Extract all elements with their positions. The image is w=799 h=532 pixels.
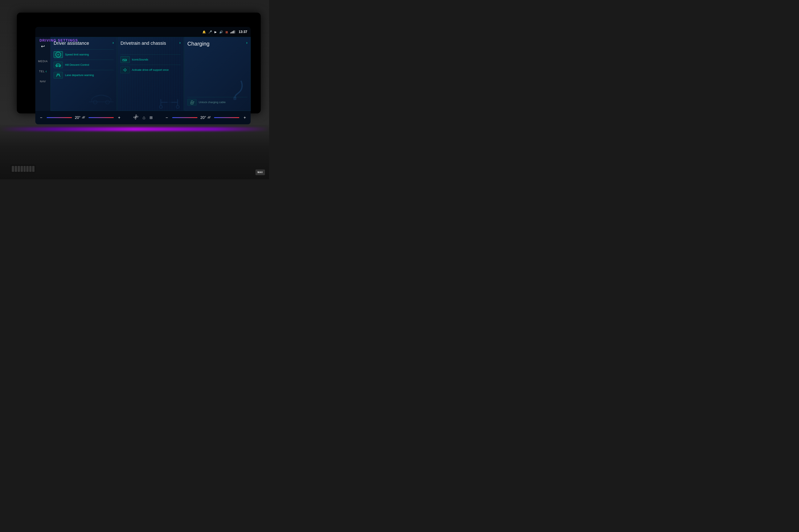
speed-limit-item[interactable]: 60 Speed limit warning bbox=[54, 49, 114, 60]
mic-icon: 🎤 bbox=[208, 30, 212, 34]
air-vent-left bbox=[11, 165, 36, 173]
hill-descent-item[interactable]: Hill Descent Control bbox=[54, 60, 114, 70]
play-icon: ▶ bbox=[215, 30, 217, 34]
speed-number: 60 bbox=[57, 54, 59, 55]
right-temp-bar2 bbox=[214, 117, 239, 118]
back-button[interactable]: ↩ bbox=[41, 44, 45, 49]
drive-off-label: Activate drive-off support once bbox=[132, 68, 169, 72]
svg-point-0 bbox=[93, 100, 97, 104]
app-icon: ▦ bbox=[225, 31, 228, 34]
drive-off-item[interactable]: Activate drive-off support once bbox=[121, 65, 181, 75]
charging-arrow: › bbox=[246, 40, 248, 45]
volume-icon: 🔊 bbox=[219, 30, 223, 34]
driver-assistance-arrow: › bbox=[112, 40, 114, 45]
left-temp-bar2 bbox=[89, 117, 114, 118]
status-bar: 🔔 🎤 ▶ 🔊 ▦ 13:37 bbox=[35, 27, 251, 37]
right-plus-button[interactable]: + bbox=[242, 115, 247, 120]
bell-icon: 🔔 bbox=[202, 30, 206, 34]
left-temp-bar bbox=[47, 117, 72, 118]
sidebar-item-tel[interactable]: TEL bbox=[39, 70, 45, 73]
svg-rect-17 bbox=[124, 69, 126, 71]
right-temp-bar bbox=[172, 117, 197, 118]
left-temp-value: 20° bbox=[75, 115, 80, 120]
drivetrain-arrow: › bbox=[179, 40, 181, 45]
left-climate-control: − 20° + bbox=[39, 115, 133, 120]
hill-descent-icon bbox=[54, 61, 63, 68]
charging-card[interactable]: Charging › bbox=[184, 37, 251, 111]
svg-point-24 bbox=[135, 117, 136, 118]
home-button[interactable]: ⌂ bbox=[143, 115, 145, 120]
right-minus-button[interactable]: − bbox=[164, 115, 169, 120]
iconic-sounds-item[interactable]: IconicSounds bbox=[121, 54, 181, 65]
fan-button[interactable] bbox=[133, 114, 138, 121]
grid-button[interactable]: ⊞ bbox=[149, 115, 153, 120]
right-temp-value: 20° bbox=[200, 115, 206, 120]
max-button[interactable]: MAX bbox=[255, 170, 265, 175]
fan-icon bbox=[133, 114, 138, 119]
lane-departure-icon bbox=[54, 72, 63, 79]
hill-descent-label: Hill Descent Control bbox=[65, 63, 89, 67]
seat-cool-icon bbox=[207, 116, 211, 119]
svg-point-23 bbox=[192, 103, 193, 103]
left-temp-display: 20° bbox=[75, 115, 86, 120]
status-time: 13:37 bbox=[239, 30, 247, 34]
main-content-grid: Driver assistance › 60 Speed bbox=[51, 37, 251, 111]
signal-icon bbox=[231, 31, 235, 33]
iconic-sounds-label: IconicSounds bbox=[132, 58, 148, 61]
unlock-cable-item[interactable]: Unlock charging cable bbox=[187, 97, 248, 107]
speed-limit-label: Speed limit warning bbox=[65, 53, 89, 57]
lane-departure-item[interactable]: Lane departure warning bbox=[54, 70, 114, 80]
lane-departure-label: Lane departure warning bbox=[65, 74, 94, 77]
svg-point-11 bbox=[159, 106, 162, 108]
right-temp-display: 20° bbox=[200, 115, 211, 120]
left-minus-button[interactable]: − bbox=[39, 115, 44, 120]
sidebar-item-media[interactable]: MEDIA bbox=[38, 60, 48, 63]
svg-point-1 bbox=[106, 100, 109, 104]
sidebar-nav: ↩ MEDIA TEL ‹ NAV bbox=[35, 27, 51, 111]
left-plus-button[interactable]: + bbox=[117, 115, 122, 120]
center-controls: ⌂ ⊞ bbox=[133, 114, 153, 121]
unlock-cable-label: Unlock charging cable bbox=[199, 101, 225, 104]
tel-arrow-icon: ‹ bbox=[46, 69, 47, 74]
seat-heat-icon bbox=[81, 116, 86, 119]
car-outline-bg-icon bbox=[88, 92, 115, 107]
suspension-bg-icon bbox=[157, 96, 182, 109]
bottom-bar: − 20° + bbox=[35, 111, 251, 124]
screen-bezel: 🔔 🎤 ▶ 🔊 ▦ 13:37 DRIVING SETTINGS ↩ MEDIA bbox=[17, 13, 261, 113]
ambient-light bbox=[0, 127, 269, 131]
drive-off-icon bbox=[121, 66, 130, 73]
right-climate-control: − 20° + bbox=[153, 115, 247, 120]
driver-assistance-card[interactable]: Driver assistance › 60 Speed bbox=[51, 37, 117, 111]
screen: 🔔 🎤 ▶ 🔊 ▦ 13:37 DRIVING SETTINGS ↩ MEDIA bbox=[35, 27, 251, 124]
unlock-cable-icon bbox=[187, 99, 197, 106]
drivetrain-title: Drivetrain and chassis bbox=[121, 40, 181, 46]
iconic-sounds-icon bbox=[121, 56, 130, 63]
dashboard-bottom: MAX bbox=[0, 125, 269, 179]
speed-limit-icon: 60 bbox=[54, 51, 63, 58]
svg-point-12 bbox=[176, 106, 179, 108]
sidebar-item-nav[interactable]: NAV bbox=[40, 80, 46, 83]
charging-title: Charging bbox=[187, 40, 248, 47]
drivetrain-card[interactable]: Drivetrain and chassis › bbox=[117, 37, 184, 111]
